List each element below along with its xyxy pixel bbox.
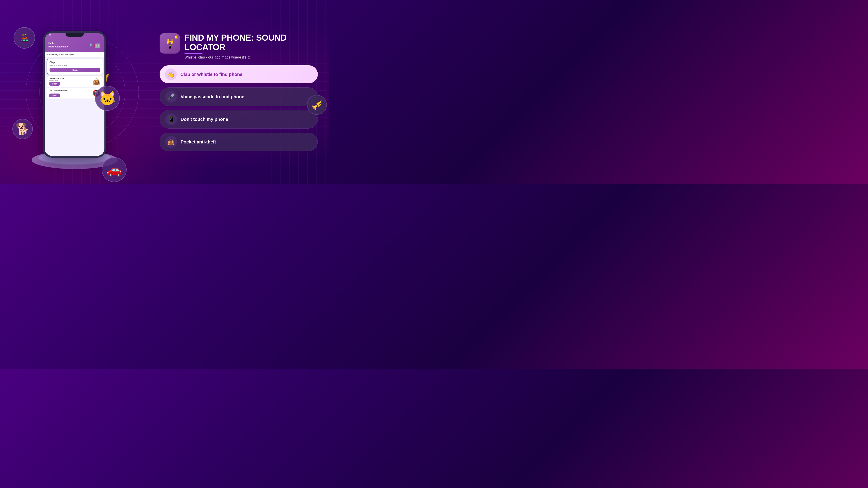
app-icon-bell: 🔔 (174, 35, 178, 39)
list-item-1-subtitle: Leave my phone alone! (49, 91, 68, 93)
feature-clap-label: Clap or whistle to find phone (180, 72, 242, 77)
phone-list-item-1: Don't touch my phone Leave my phone alon… (46, 88, 103, 98)
cat-emoji: 🐱 (99, 90, 116, 106)
phone-choose-text: Choose way to find your phone (45, 52, 104, 57)
feature-voice-icon: 🎤 (165, 91, 177, 103)
list-item-0-title: Pocket Anti-Theft (49, 78, 64, 80)
car-emoji: 🚗 (106, 162, 122, 177)
phone-clap-card: Clap Clap or whistle to find Open (46, 59, 103, 74)
feature-clap-icon: 👋 (165, 68, 177, 80)
floating-circle-cat: 🐱 (95, 86, 120, 111)
right-section: 🙌 📱 🔔 FIND MY PHONE: SOUND LOCATOR Whist… (148, 0, 329, 184)
feature-donttouch-label: Don't touch my phone (181, 117, 228, 122)
list-item-0-subtitle: Anti-theft alarm. (49, 80, 64, 81)
mic-emoji: 🎤 (167, 93, 175, 100)
app-title: FIND MY PHONE: SOUND LOCATOR (184, 33, 318, 52)
phone-time: 7:30 (48, 34, 51, 36)
list-item-1-title: Don't touch my phone (49, 89, 68, 91)
floating-circle-dog: 🐕 (12, 119, 33, 139)
feature-donttouch-button[interactable]: 📱 Don't touch my phone (160, 110, 318, 129)
phone-list-item-0: Pocket Anti-Theft Anti-theft alarm. Open… (46, 76, 103, 87)
app-title-block: FIND MY PHONE: SOUND LOCATOR Whistle, cl… (184, 33, 318, 60)
feature-pocket-icon: 👜 (165, 136, 177, 148)
feature-donttouch-icon: 📱 (165, 113, 177, 125)
phone-card-open-button[interactable]: Open (50, 68, 100, 72)
feature-clap-button[interactable]: 👋 Clap or whistle to find phone (160, 65, 318, 84)
floating-circle-car: 🚗 (102, 157, 127, 182)
app-subtitle: Whistle, clap - our app maps where it's … (184, 55, 318, 59)
dog-emoji: 🐕 (16, 123, 30, 135)
phone-card-desc: Clap or whistle to find (50, 64, 100, 66)
phone-emoji: 📱 (167, 116, 175, 123)
phone-greeting: Hello! Have A Nice Day (49, 41, 68, 48)
floating-circle-whistle: 🎺 (307, 95, 327, 115)
floating-circle-hey: HEY STAY HERE! (13, 27, 35, 48)
list-item-0-button[interactable]: Open (49, 82, 60, 86)
phone-status-bar: 7:30 ▪▪ ● (48, 34, 102, 36)
hey-text-line3: HERE! (21, 39, 28, 42)
bag-emoji: 👜 (167, 138, 175, 145)
phone-header: 7:30 ▪▪ ● Hello! Have A Nice Day ⚙️ � (45, 33, 104, 52)
app-header: 🙌 📱 🔔 FIND MY PHONE: SOUND LOCATOR Whist… (160, 33, 318, 60)
feature-voice-label: Voice passcode to find phone (181, 94, 244, 99)
list-item-1-button[interactable]: Open (49, 94, 60, 97)
app-icon: 🙌 📱 🔔 (160, 33, 180, 54)
app-title-underline (184, 53, 203, 54)
feature-voice-button[interactable]: 🎤 Voice passcode to find phone (160, 88, 318, 106)
hey-text-line1: HEY (21, 34, 28, 37)
phone-card-title: Clap (50, 61, 100, 64)
left-section: HEY STAY HERE! 🐕 🖐️ 🎤 7:30 ▪▪ ● (0, 0, 149, 184)
whistle-emoji: 🎺 (311, 100, 322, 110)
feature-pocket-button[interactable]: 👜 Pocket anti-theft (160, 133, 318, 151)
phone-icons: ▪▪ ● (99, 34, 102, 36)
feature-pocket-label: Pocket anti-theft (181, 139, 216, 144)
hey-text-line2: STAY (21, 37, 28, 39)
app-icon-phone: 📱 (167, 44, 172, 49)
clap-emoji: 👋 (167, 71, 175, 78)
